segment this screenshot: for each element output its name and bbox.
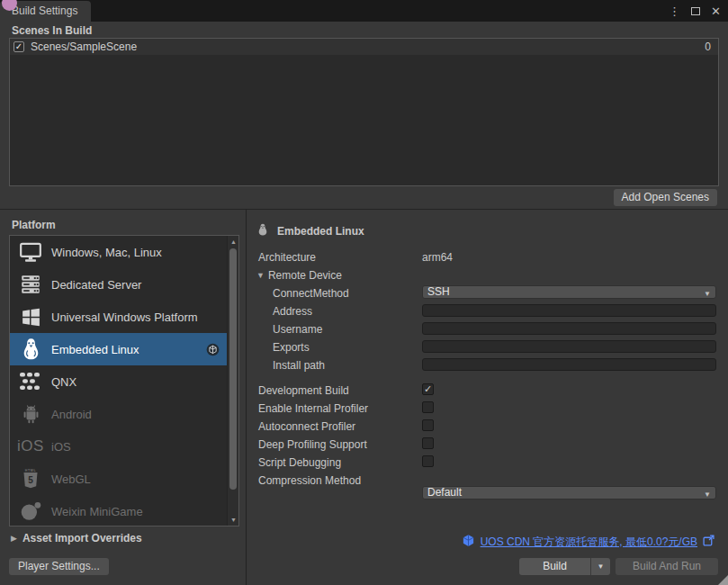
platform-item-android[interactable]: Android [10,398,227,430]
exports-field[interactable] [422,340,716,353]
compression-method-dropdown[interactable]: Default ▼ [422,486,716,500]
exports-label: Exports [273,341,310,354]
android-icon [10,402,51,426]
maximize-icon[interactable] [691,7,700,15]
scene-row[interactable]: ✓ Scenes/SampleScene 0 [10,39,718,55]
script-debugging-checkbox[interactable] [422,455,434,467]
platform-listbox: Windows, Mac, Linux Dedicated Server Uni… [9,235,239,526]
selected-platform-header: Embedded Linux [256,223,364,239]
scroll-down-icon[interactable]: ▼ [228,514,239,526]
titlebar: Build Settings ⋮ ✕ [0,0,728,22]
kebab-menu-icon[interactable]: ⋮ [669,5,680,17]
weixin-icon [10,500,51,523]
server-icon [10,273,51,296]
uos-cube-icon [462,534,475,550]
scene-checkbox[interactable]: ✓ [13,41,24,52]
connect-method-label: ConnectMethod [273,287,349,300]
platform-item-ios[interactable]: iOS iOS [10,430,227,463]
platform-item-universal-windows-platform[interactable]: Universal Windows Platform [10,301,227,333]
close-icon[interactable]: ✕ [711,5,721,17]
development-build-checkbox[interactable]: ✓ [422,383,434,395]
scroll-up-icon[interactable]: ▲ [228,236,239,248]
player-settings-button[interactable]: Player Settings... [9,558,109,575]
remote-device-foldout[interactable]: ▼ Remote Device [256,269,342,282]
platform-scrollbar[interactable]: ▲ ▼ [227,236,238,526]
username-label: Username [273,323,322,336]
penguin-icon [10,338,51,362]
selected-platform-title: Embedded Linux [277,225,364,238]
install-path-label: Install path [273,359,325,372]
platform-item-webgl[interactable]: HTML5 WebGL [10,463,227,495]
penguin-small-icon [256,223,269,239]
deep-profiling-support-checkbox[interactable] [422,437,434,449]
uos-cdn-link[interactable]: UOS CDN 官方资源托管服务, 最低0.0?元/GB [481,535,697,550]
uos-cdn-row: UOS CDN 官方资源托管服务, 最低0.0?元/GB [462,534,715,550]
scenes-in-build-header: Scenes In Build [12,24,92,37]
windows-icon [10,306,51,328]
ios-text-icon: iOS [10,437,51,455]
install-path-field[interactable] [422,358,716,371]
package-icon [206,343,220,356]
scenes-list: ✓ Scenes/SampleScene 0 [9,38,719,186]
chevron-down-icon: ▼ [704,489,711,500]
html5-icon: HTML5 [10,467,51,491]
monitor-icon [10,240,51,264]
platform-item-weixin-minigame[interactable]: Weixin MiniGame [10,495,227,526]
build-dropdown-icon[interactable]: ▼ [591,558,610,575]
horizontal-divider [0,209,728,210]
build-button[interactable]: Build [519,558,590,575]
qnx-icon [10,372,51,392]
deep-profiling-support-label: Deep Profiling Support [258,438,367,451]
scene-build-index: 0 [705,40,711,53]
asset-import-overrides-foldout[interactable]: ▶ Asset Import Overrides [11,532,142,544]
build-and-run-button[interactable]: Build And Run [616,558,718,575]
scrollbar-thumb[interactable] [229,248,237,490]
platform-item-qnx[interactable]: QNX [10,365,227,398]
autoconnect-profiler-label: Autoconnect Profiler [258,420,355,433]
resize-grip[interactable] [718,575,728,585]
scene-label: Scenes/SampleScene [31,40,705,53]
connect-method-dropdown[interactable]: SSH ▼ [422,285,716,299]
username-field[interactable] [422,322,716,335]
platform-item-dedicated-server[interactable]: Dedicated Server [10,268,227,301]
build-split-button: Build ▼ [519,558,610,575]
compression-method-label: Compression Method [258,474,361,487]
vertical-divider [246,210,247,585]
foldout-open-icon: ▼ [256,271,265,280]
development-build-label: Development Build [258,384,349,397]
add-open-scenes-button[interactable]: Add Open Scenes [614,189,717,206]
external-link-icon[interactable] [703,535,715,549]
platform-item-embedded-linux[interactable]: Embedded Linux [10,333,227,365]
enable-internal-profiler-checkbox[interactable] [422,401,434,413]
platform-item-windows-mac-linux[interactable]: Windows, Mac, Linux [10,236,227,268]
svg-text:5: 5 [28,475,33,485]
script-debugging-label: Script Debugging [258,456,341,469]
architecture-value: arm64 [422,251,716,264]
remote-device-label: Remote Device [268,269,342,282]
address-label: Address [273,305,312,318]
enable-internal-profiler-label: Enable Internal Profiler [258,402,368,415]
window-controls: ⋮ ✕ [669,0,721,22]
chevron-down-icon: ▼ [704,288,711,300]
autoconnect-profiler-checkbox[interactable] [422,419,434,431]
address-field[interactable] [422,304,716,317]
architecture-label: Architecture [258,251,316,264]
platform-header: Platform [12,219,56,231]
svg-text:HTML: HTML [25,468,37,472]
window-title: Build Settings [12,4,77,17]
foldout-closed-icon: ▶ [11,534,17,543]
